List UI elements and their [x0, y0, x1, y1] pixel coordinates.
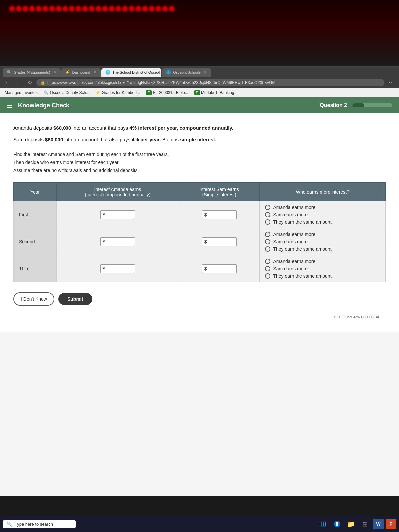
year-cell-first: First [14, 201, 57, 228]
radio-amanda-first[interactable]: Amanda earns more. [265, 205, 380, 210]
table-row-first: First $ $ [14, 201, 386, 228]
bookmark-label: FL-2000315-Biolo... [153, 90, 188, 95]
decorative-light [123, 7, 127, 11]
radio-circle [265, 219, 270, 225]
radio-amanda-second[interactable]: Amanda earns more. [265, 232, 380, 237]
dollar-sign: $ [103, 266, 105, 271]
taskbar-icon-start[interactable]: ⊞ [359, 518, 371, 530]
radio-same-second[interactable]: They earn the same amount. [265, 246, 380, 252]
radio-label: Amanda earns more. [273, 259, 317, 264]
radio-same-third[interactable]: They earn the same amount. [265, 273, 380, 279]
tab-dashboard[interactable]: ⚡ Dashboard ✕ [61, 68, 101, 77]
table-row-third: Third $ $ [14, 255, 386, 282]
radio-circle [265, 232, 270, 237]
taskbar-search[interactable]: 🔍 Type here to search [3, 520, 76, 528]
radio-label: They earn the same amount. [273, 273, 332, 279]
decorative-light [163, 7, 167, 11]
decorative-light [116, 7, 120, 11]
decorative-light [17, 7, 21, 11]
tab-close-osceola[interactable]: ✕ [204, 70, 207, 75]
sam-dollar-input-first: $ [202, 210, 237, 219]
amanda-input-second[interactable] [106, 239, 133, 244]
tab-icon-dashboard: ⚡ [65, 70, 70, 75]
sam-input-third[interactable] [208, 266, 234, 271]
bookmark-grades-kamberl[interactable]: ⚡ Grades for Kamberl... [94, 90, 141, 96]
decorative-light [83, 7, 87, 11]
taskbar-icon-folder[interactable]: 📁 [345, 518, 357, 530]
radio-label: Sam earns more. [273, 239, 309, 244]
col-header-sam: Interest Sam earns(Simple interest) [179, 183, 260, 201]
instruction-1: Find the interest Amanda and Sam earn du… [13, 151, 386, 159]
decorative-light [50, 7, 54, 11]
dont-know-button[interactable]: I Don't Know [13, 292, 54, 306]
problem-line2: Sam deposits $60,000 into an account tha… [13, 135, 386, 144]
tab-label-school: The School District of Osceol... [112, 70, 161, 74]
decorative-light [96, 7, 100, 11]
dollar-sign: $ [103, 239, 105, 244]
bookmark-icon: ⚡ [95, 90, 100, 95]
radio-circle [265, 212, 270, 217]
taskbar: 🔍 Type here to search ⊞ 📁 ⊞ W P [0, 516, 399, 532]
decorative-light [156, 7, 160, 11]
tab-osceola[interactable]: 🌐 Osceola Schools ✕ [162, 68, 211, 77]
search-placeholder: Type here to search [15, 522, 53, 527]
radio-label: Sam earns more. [273, 212, 309, 217]
address-text: https://www-awu.aleks.com/alekscgi/x/lsl… [47, 80, 275, 85]
tab-close-dashboard[interactable]: ✕ [93, 70, 97, 75]
forward-button[interactable]: → [15, 79, 23, 86]
amanda-input-cell-second: $ [57, 228, 179, 255]
tab-icon-school: 🌐 [105, 70, 110, 75]
hamburger-menu[interactable]: ☰ [7, 101, 13, 109]
sam-input-second[interactable] [208, 239, 234, 244]
tab-school[interactable]: 🌐 The School District of Osceol... ✕ [101, 68, 161, 77]
bookmark-module1-banking[interactable]: E Module 1: Banking... [193, 90, 239, 96]
bookmark-osceola-county[interactable]: 🔍 Osceola County Sch... [42, 90, 91, 96]
bookmark-managed-favorites[interactable]: Managed favorites [3, 90, 39, 96]
radio-circle [265, 205, 270, 210]
decorative-light [63, 7, 67, 11]
address-bar[interactable]: 🔒 https://www-awu.aleks.com/alekscgi/x/l… [36, 79, 384, 86]
bookmark-prefix: E [194, 90, 200, 95]
instructions: Find the interest Amanda and Sam earn du… [13, 151, 386, 174]
sam-input-first[interactable] [208, 212, 234, 217]
tab-grades[interactable]: 🔍 Grades (Assignments) ✕ [3, 68, 61, 77]
submit-button[interactable]: Submit [58, 293, 92, 305]
problem-line1: Amanda deposits $60,000 into an account … [13, 123, 386, 132]
radio-label: Sam earns more. [273, 266, 309, 271]
extensions-button[interactable]: ⋯ [387, 79, 396, 86]
amanda-input-first[interactable] [106, 212, 133, 217]
taskbar-icon-powerpoint[interactable]: P [386, 519, 396, 529]
radio-amanda-third[interactable]: Amanda earns more. [265, 259, 380, 264]
address-bar-row: ← → ↻ 🔒 https://www-awu.aleks.com/aleksc… [0, 77, 399, 88]
tab-label-osceola: Osceola Schools [173, 70, 200, 74]
radio-group-second: Amanda earns more. Sam earns more. They … [265, 232, 380, 252]
radio-sam-third[interactable]: Sam earns more. [265, 266, 380, 271]
refresh-button[interactable]: ↻ [26, 79, 34, 86]
decorative-light [136, 7, 140, 11]
tab-bar: 🔍 Grades (Assignments) ✕ ⚡ Dashboard ✕ 🌐… [0, 67, 399, 77]
tab-label-grades: Grades (Assignments) [14, 70, 50, 74]
amanda-input-third[interactable] [106, 266, 133, 271]
radio-sam-first[interactable]: Sam earns more. [265, 212, 380, 217]
decorative-light [110, 7, 114, 11]
radio-circle [265, 273, 270, 279]
tab-close-grades[interactable]: ✕ [53, 70, 57, 75]
back-button[interactable]: ← [3, 79, 12, 86]
amanda-input-cell-first: $ [57, 201, 179, 228]
bookmark-fl-biolo[interactable]: E FL-2000315-Biolo... [145, 90, 190, 96]
radio-same-first[interactable]: They earn the same amount. [265, 219, 380, 225]
main-content: Amanda deposits $60,000 into an account … [0, 113, 399, 332]
copyright: © 2022 McGraw Hill LLC. Al [13, 312, 386, 322]
decorative-light [150, 7, 154, 11]
bookmark-icon: 🔍 [44, 90, 49, 95]
radio-circle [265, 246, 270, 252]
decorative-light [76, 7, 80, 11]
radio-sam-second[interactable]: Sam earns more. [265, 239, 380, 244]
radio-group-first: Amanda earns more. Sam earns more. They … [265, 205, 380, 225]
decorative-light [143, 7, 147, 11]
taskbar-separator [80, 519, 80, 529]
taskbar-icon-edge[interactable] [331, 518, 343, 530]
decorative-light [103, 7, 107, 11]
taskbar-icon-word[interactable]: W [373, 519, 384, 529]
taskbar-icon-windows[interactable]: ⊞ [317, 518, 329, 530]
